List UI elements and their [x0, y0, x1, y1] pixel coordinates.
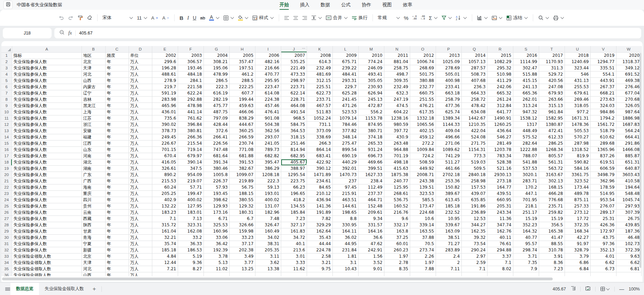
- cell-D31[interactable]: 万人: [129, 241, 152, 247]
- cell-K28[interactable]: 329.29: [307, 222, 332, 228]
- cell-D33[interactable]: 万人: [129, 253, 152, 259]
- cell-J8[interactable]: 228.71: [281, 96, 307, 103]
- cell-S29[interactable]: 164.32: [513, 228, 539, 234]
- cell-P24[interactable]: 613.45: [436, 197, 461, 203]
- cell-K23[interactable]: 210.12: [307, 190, 332, 197]
- cell-C17[interactable]: 年: [105, 153, 129, 159]
- cell-T27[interactable]: 15.19: [539, 215, 565, 222]
- cell-J21[interactable]: 223.75: [281, 178, 307, 184]
- cell-F24[interactable]: 400.02: [178, 197, 204, 203]
- cell-W8[interactable]: 270.68: [616, 96, 641, 103]
- cell-I7[interactable]: 614.08: [255, 90, 281, 96]
- cell-P26[interactable]: 232.52: [436, 209, 461, 215]
- cell-M16[interactable]: 931.24: [358, 146, 384, 153]
- cell-D23[interactable]: 万人: [129, 190, 152, 197]
- cell-L32[interactable]: 231.84: [332, 247, 358, 253]
- grid-view-icon[interactable]: [600, 286, 610, 292]
- cell-P18[interactable]: 511.27: [436, 159, 461, 165]
- cell-T36[interactable]: [539, 272, 565, 276]
- cell-D11[interactable]: 万人: [129, 115, 152, 121]
- cell-O9[interactable]: 476.21: [410, 103, 436, 109]
- cell-O27[interactable]: 10.6: [410, 215, 436, 222]
- cell-C16[interactable]: 年: [105, 146, 129, 153]
- cell-S2[interactable]: 1114.99: [513, 59, 539, 65]
- cell-F11[interactable]: 761.62: [178, 115, 204, 121]
- cell-S19[interactable]: 537.53: [513, 165, 539, 172]
- cell-O2[interactable]: 1006.74: [410, 59, 436, 65]
- cell-S7[interactable]: 665.36: [513, 90, 539, 96]
- cell-G15[interactable]: 226.56: [204, 140, 229, 146]
- cell-A32[interactable]: 失业保险参保人数: [12, 247, 82, 253]
- cell-A30[interactable]: 失业保险参保人数: [12, 234, 82, 241]
- cell-E25[interactable]: 132.22: [152, 203, 178, 209]
- cell-C9[interactable]: 年: [105, 103, 129, 109]
- cell-K1[interactable]: 2008: [307, 52, 332, 59]
- cell-M29[interactable]: 164.16: [358, 228, 384, 234]
- cell-I14[interactable]: 293.07: [255, 134, 281, 140]
- cell-Q3[interactable]: 287.57: [461, 65, 487, 71]
- cell-K6[interactable]: 225.51: [307, 84, 332, 90]
- zoom-out-button[interactable]: —: [619, 286, 624, 292]
- cell-P25[interactable]: 185.18: [436, 203, 461, 209]
- cell-L2[interactable]: 675.71: [332, 59, 358, 65]
- cell-J27[interactable]: 7.23: [281, 215, 307, 222]
- cell-C6[interactable]: 年: [105, 84, 129, 90]
- cell-K29[interactable]: 162.64: [307, 228, 332, 234]
- cell-F34[interactable]: 9.36: [178, 259, 204, 266]
- cell-F35[interactable]: 8.27: [178, 266, 204, 272]
- cell-I16[interactable]: 789.73: [255, 146, 281, 153]
- cell-D36[interactable]: 万人: [129, 272, 152, 276]
- cell-E10[interactable]: 436.01: [152, 109, 178, 115]
- cell-I34[interactable]: 3.62: [255, 259, 281, 266]
- cell-W17[interactable]: 885.87: [616, 153, 641, 159]
- cell-M17[interactable]: 696.73: [358, 153, 384, 159]
- col-header-H[interactable]: H: [229, 46, 255, 52]
- cell-R29[interactable]: 162.76: [487, 228, 513, 234]
- cell-V14[interactable]: 610.62: [590, 134, 616, 140]
- cell-O24[interactable]: 585.5: [410, 197, 436, 203]
- cell-E29[interactable]: 161.04: [152, 228, 178, 234]
- cell-I22[interactable]: 59.13: [255, 184, 281, 190]
- cell-B10[interactable]: 上海: [82, 109, 105, 115]
- cell-P14[interactable]: 496.66: [436, 134, 461, 140]
- cell-S6[interactable]: 241.13: [513, 84, 539, 90]
- cell-I8[interactable]: 224.38: [255, 96, 281, 103]
- cell-I3[interactable]: 216.66: [255, 65, 281, 71]
- cell-R32[interactable]: 294.88: [487, 247, 513, 253]
- cell-B35[interactable]: 河北: [82, 266, 105, 272]
- cell-L18[interactable]: 440.29: [332, 159, 358, 165]
- cell-R17[interactable]: 783.34: [487, 153, 513, 159]
- cell-I6[interactable]: 223.47: [255, 84, 281, 90]
- cell-F7[interactable]: 622.24: [178, 90, 204, 96]
- cell-N1[interactable]: 2011: [384, 52, 410, 59]
- wrap-text-button[interactable]: 换行: [352, 15, 368, 21]
- cell-H5[interactable]: 288.5: [229, 77, 255, 84]
- cell-E18[interactable]: 416.05: [152, 159, 178, 165]
- cell-S28[interactable]: 352.23: [513, 222, 539, 228]
- align-left-button[interactable]: [284, 16, 289, 20]
- cell-N30[interactable]: 37.25: [384, 234, 410, 241]
- cell-G34[interactable]: 5.13: [204, 259, 229, 266]
- cell-J2[interactable]: 535.25: [281, 59, 307, 65]
- cell-V7[interactable]: 668.21: [590, 90, 616, 96]
- cell-C15[interactable]: 年: [105, 140, 129, 146]
- cell-O30[interactable]: 37.88: [410, 234, 436, 241]
- cell-S15[interactable]: 282.64: [513, 140, 539, 146]
- cell-L34[interactable]: 3.1: [332, 259, 358, 266]
- cell-T9[interactable]: 315.13: [539, 103, 565, 109]
- cell-S26[interactable]: 251.17: [513, 209, 539, 215]
- row-header-22[interactable]: 22: [1, 184, 12, 190]
- cell-A28[interactable]: 失业保险参保人数: [12, 222, 82, 228]
- cell-M22[interactable]: 112.49: [358, 184, 384, 190]
- cell-Q32[interactable]: 290.24: [461, 247, 487, 253]
- cell-K7[interactable]: 622.73: [307, 90, 332, 96]
- cell-A22[interactable]: 失业保险参保人数: [12, 184, 82, 190]
- cell-P29[interactable]: 163.09: [436, 228, 461, 234]
- cell-C14[interactable]: 年: [105, 134, 129, 140]
- cell-D6[interactable]: 万人: [129, 84, 152, 90]
- cell-D19[interactable]: 万人: [129, 165, 152, 172]
- cell-H26[interactable]: 180.31: [229, 209, 255, 215]
- cell-S17[interactable]: 788.07: [513, 153, 539, 159]
- font-size-select[interactable]: 11: [137, 15, 147, 21]
- cell-L24[interactable]: 463.51: [332, 197, 358, 203]
